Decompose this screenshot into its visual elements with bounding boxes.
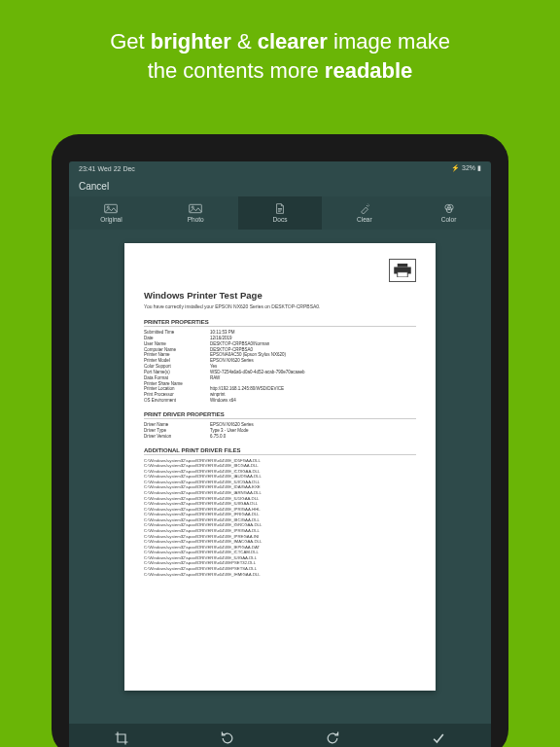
property-row: OS EnvironmentWindows x64 bbox=[144, 398, 416, 404]
file-path: C:\Windows\system32\spool\DRIVERS\x64\3\… bbox=[144, 572, 416, 578]
section-printer-props: PRINTER PROPERTIES bbox=[144, 319, 416, 327]
status-time: 23:41 Wed 22 Dec bbox=[79, 165, 135, 172]
section-additional-files: ADDITIONAL PRINT DRIVER FILES bbox=[144, 447, 416, 455]
screen: 23:41 Wed 22 Dec ⚡ 32% ▮ Cancel Original… bbox=[69, 161, 491, 747]
tab-color[interactable]: Color bbox=[406, 196, 491, 230]
confirm-button[interactable] bbox=[431, 730, 446, 747]
tab-docs[interactable]: Docs bbox=[238, 196, 323, 230]
tab-clear[interactable]: Clear bbox=[322, 196, 406, 230]
svg-rect-0 bbox=[105, 204, 118, 212]
printer-icon bbox=[389, 259, 416, 282]
bottom-toolbar bbox=[69, 724, 491, 747]
cancel-button[interactable]: Cancel bbox=[79, 181, 481, 192]
top-bar: Cancel bbox=[69, 175, 491, 196]
rotate-left-button[interactable] bbox=[220, 730, 235, 747]
svg-rect-2 bbox=[190, 204, 202, 212]
document-page: Windows Printer Test Page You have corre… bbox=[124, 243, 436, 691]
status-bar: 23:41 Wed 22 Dec ⚡ 32% ▮ bbox=[69, 161, 491, 175]
document-canvas[interactable]: Windows Printer Test Page You have corre… bbox=[69, 230, 491, 724]
doc-title: Windows Printer Test Page bbox=[144, 290, 416, 301]
property-row: Driver Version6.75.0.0 bbox=[144, 434, 416, 440]
rotate-right-button[interactable] bbox=[325, 730, 340, 747]
svg-rect-7 bbox=[398, 264, 408, 267]
tab-original[interactable]: Original bbox=[69, 196, 154, 230]
tablet-frame: 23:41 Wed 22 Dec ⚡ 32% ▮ Cancel Original… bbox=[52, 134, 508, 747]
marketing-headline: Get brighter & clearer image make the co… bbox=[0, 0, 560, 108]
svg-point-1 bbox=[108, 206, 110, 208]
section-driver-props: PRINT DRIVER PROPERTIES bbox=[144, 411, 416, 419]
tab-photo[interactable]: Photo bbox=[154, 196, 238, 230]
svg-point-3 bbox=[192, 206, 193, 208]
doc-subtitle: You have correctly installed your EPSON … bbox=[144, 303, 416, 309]
crop-button[interactable] bbox=[114, 730, 129, 747]
svg-rect-9 bbox=[398, 272, 408, 277]
status-battery: ⚡ 32% ▮ bbox=[451, 164, 481, 172]
filter-tabs: Original Photo Docs Clear Color bbox=[69, 196, 491, 230]
